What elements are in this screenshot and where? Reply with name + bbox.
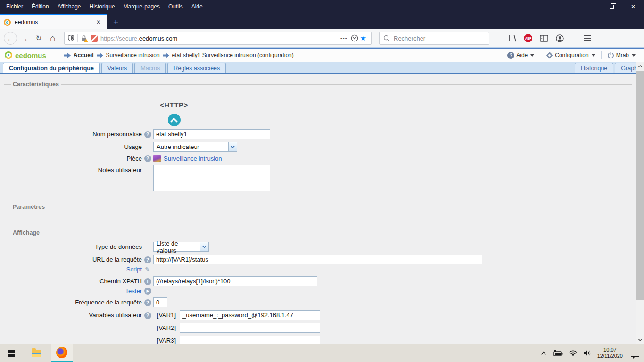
breadcrumb: Accueil Surveillance intrusion etat shel… — [64, 52, 294, 58]
piece-link[interactable]: Surveillance intrusion — [164, 155, 222, 162]
menu-edition[interactable]: Édition — [27, 0, 53, 13]
account-icon[interactable] — [556, 34, 564, 42]
configuration-menu[interactable]: Configuration — [542, 52, 599, 59]
forward-icon[interactable]: → — [18, 32, 31, 45]
bookmark-star-icon[interactable]: ★ — [360, 34, 366, 42]
url-scheme: https://secure. — [100, 35, 139, 42]
plugin-blocked-icon[interactable] — [91, 35, 98, 42]
browser-tab-eedomus[interactable]: eedomus ✕ — [0, 14, 107, 29]
info-icon[interactable]: i — [144, 278, 151, 285]
scroll-down-icon[interactable] — [636, 336, 644, 344]
tab-regles-associees[interactable]: Règles associées — [167, 63, 226, 73]
script-link[interactable]: Script — [126, 266, 142, 273]
restore-icon — [610, 5, 614, 9]
firefox-button[interactable] — [51, 344, 73, 362]
library-icon[interactable] — [508, 34, 517, 42]
section-parametres-legend: Paramètres — [11, 204, 47, 210]
type-donnees-select[interactable]: Liste de valeurs — [153, 242, 209, 252]
tab-historique[interactable]: Historique — [575, 63, 613, 73]
tab-graphe[interactable]: Graphe — [615, 63, 636, 73]
section-caracteristiques: Caractéristiques <HTTP> Nom personnalisé… — [4, 81, 632, 197]
chevron-down-icon — [530, 54, 534, 57]
var3-label: [VAR3] — [153, 337, 176, 344]
chevron-down-icon — [200, 242, 208, 251]
tab-valeurs[interactable]: Valeurs — [101, 63, 133, 73]
var3-input[interactable] — [180, 336, 320, 344]
wifi-icon[interactable] — [569, 350, 577, 356]
var2-label: [VAR2] — [153, 324, 176, 331]
minimize-button[interactable]: — — [579, 0, 601, 13]
menu-marque-pages[interactable]: Marque-pages — [119, 0, 164, 13]
eedomus-logo-icon[interactable]: eedomus — [5, 51, 46, 59]
user-menu[interactable]: Mrab — [603, 52, 639, 59]
help-icon[interactable]: ? — [144, 155, 151, 162]
section-affichage: Affichage Type de données Liste de valeu… — [4, 230, 632, 344]
page-scrollbar[interactable] — [636, 62, 644, 344]
urlbar-divider — [77, 34, 78, 42]
menu-affichage[interactable]: Affichage — [53, 0, 85, 13]
scrollbar-track[interactable] — [636, 300, 644, 336]
pencil-icon[interactable]: ✎ — [145, 266, 150, 273]
play-icon[interactable]: ▶ — [144, 288, 151, 295]
url-text[interactable]: https://secure.eedomus.com — [100, 35, 337, 42]
chemin-xpath-input[interactable] — [153, 276, 317, 286]
url-requete-input[interactable] — [153, 255, 482, 264]
close-button[interactable]: ✕ — [622, 0, 644, 13]
start-button[interactable] — [0, 344, 22, 362]
var1-label: [VAR1] — [153, 312, 176, 319]
menu-historique[interactable]: Historique — [85, 0, 119, 13]
new-tab-button[interactable]: + — [107, 17, 125, 29]
var2-input[interactable] — [180, 323, 320, 333]
sidebar-icon[interactable] — [540, 35, 548, 42]
restore-button[interactable] — [601, 0, 622, 13]
tester-link[interactable]: Tester — [125, 288, 142, 295]
breadcrumb-room[interactable]: Surveillance intrusion — [106, 52, 160, 58]
clock[interactable]: 10:07 12/11/2020 — [597, 347, 623, 359]
url-requete-label: URL de la requête — [4, 256, 142, 263]
menu-outils[interactable]: Outils — [164, 0, 187, 13]
browser-menubar: Fichier Édition Affichage Historique Mar… — [0, 0, 207, 13]
collapse-device-button[interactable] — [168, 114, 181, 126]
aide-menu[interactable]: ? Aide — [504, 52, 538, 59]
help-icon[interactable]: ? — [144, 299, 151, 306]
site-header: eedomus Accueil Surveillance intrusion e… — [0, 48, 644, 62]
scrollbar-thumb[interactable] — [636, 71, 644, 300]
nom-personnalise-label: Nom personnalisé — [4, 131, 142, 138]
url-bar[interactable]: https://secure.eedomus.com ••• ★ — [64, 32, 372, 45]
tray-expand-icon[interactable] — [541, 351, 546, 355]
page-actions-icon[interactable]: ••• — [340, 35, 347, 41]
menu-fichier[interactable]: Fichier — [2, 0, 27, 13]
search-icon — [383, 35, 390, 41]
pocket-icon[interactable] — [351, 34, 358, 42]
battery-icon[interactable] — [553, 350, 563, 356]
reload-icon[interactable]: ↻ — [32, 32, 45, 45]
var1-input[interactable] — [180, 310, 320, 320]
search-input[interactable] — [394, 35, 474, 42]
action-center-icon[interactable] — [631, 350, 639, 357]
section-affichage-legend: Affichage — [11, 230, 41, 236]
volume-icon[interactable] — [583, 350, 591, 356]
home-icon[interactable]: ⌂ — [46, 32, 59, 45]
tab-close-icon[interactable]: ✕ — [94, 18, 103, 26]
adblock-plus-icon[interactable]: ABP — [524, 34, 532, 42]
help-icon[interactable]: ? — [144, 131, 151, 138]
chevron-up-icon — [170, 117, 178, 123]
scroll-up-icon[interactable] — [636, 62, 644, 70]
frequence-requete-input[interactable] — [153, 297, 167, 307]
breadcrumb-accueil[interactable]: Accueil — [74, 52, 94, 58]
tracking-shield-icon[interactable] — [67, 34, 74, 42]
file-explorer-button[interactable] — [25, 344, 47, 362]
notes-utilisateur-textarea[interactable] — [153, 165, 270, 191]
help-icon[interactable]: ? — [144, 256, 151, 263]
lock-warning-icon[interactable] — [81, 35, 87, 42]
app-menu-icon[interactable] — [582, 33, 593, 43]
tab-configuration-peripherique[interactable]: Configuration du périphérique — [3, 63, 100, 73]
tab-macros: Macros — [134, 63, 166, 73]
device-type-label: <HTTP> — [4, 101, 344, 109]
menu-aide[interactable]: Aide — [187, 0, 207, 13]
back-icon[interactable]: ← — [4, 32, 17, 45]
help-icon[interactable]: ? — [144, 312, 151, 319]
search-bar[interactable] — [379, 32, 489, 45]
nom-personnalise-input[interactable] — [153, 129, 270, 139]
usage-select[interactable]: Autre indicateur — [153, 142, 237, 152]
